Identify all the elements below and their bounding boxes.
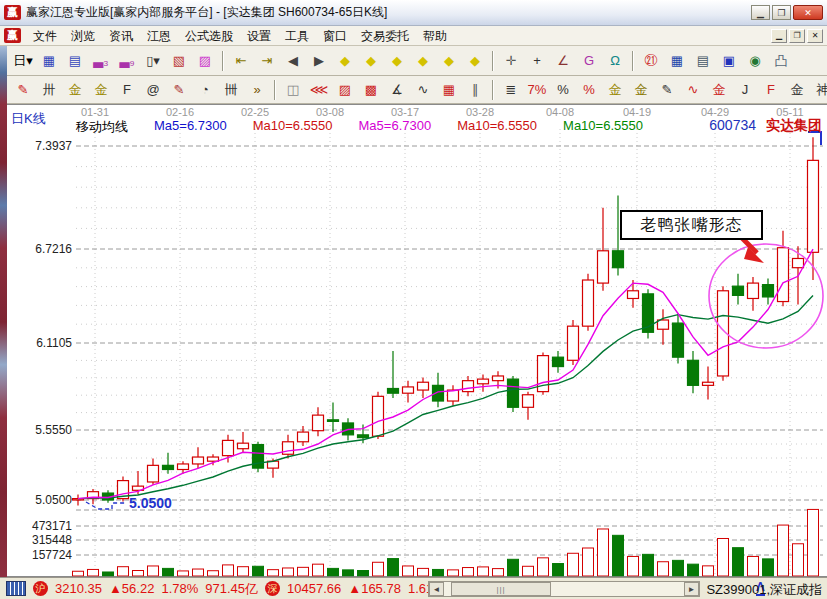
first-page-icon[interactable]: ⇤ — [229, 49, 253, 72]
web-data-icon[interactable]: ◉ — [743, 49, 767, 72]
left-edge-decoration — [0, 46, 7, 577]
shanghai-market-icon: 沪 — [33, 581, 48, 596]
diamond-zoomin-icon[interactable]: ◆ — [437, 49, 461, 72]
gold-circle-icon[interactable]: 金 — [603, 78, 627, 101]
gold-grid-icon[interactable]: 金 — [63, 78, 87, 101]
wave-tool-icon[interactable]: ∿ — [681, 78, 705, 101]
ma-legend-entry: Ma10=6.5550 — [253, 118, 333, 136]
minimize-button[interactable]: ▁ — [751, 5, 770, 20]
diamond-right-icon[interactable]: ◆ — [359, 49, 383, 72]
close-button[interactable]: ✕ — [793, 5, 823, 20]
svg-text:02-25: 02-25 — [241, 106, 269, 118]
menu-item-交易委托[interactable]: 交易委托 — [354, 27, 416, 45]
gold-line-icon[interactable]: 金 — [629, 78, 653, 101]
ma-legend-entry: Ma5=6.7300 — [359, 118, 432, 136]
crosshair-icon[interactable]: + — [525, 49, 549, 72]
minute-9-chart-icon[interactable]: ▃₉ — [115, 49, 139, 72]
kline-pattern-icon[interactable]: ▧ — [167, 49, 191, 72]
volume-profile-icon[interactable]: ▨ — [193, 49, 217, 72]
menu-item-浏览[interactable]: 浏览 — [64, 27, 102, 45]
shen-line-icon[interactable]: 神 — [811, 78, 827, 101]
j-line-icon[interactable]: J — [733, 78, 757, 101]
status-bar: 沪 3210.35 ▲56.22 1.78% 971.45亿 深 10457.6… — [0, 577, 827, 599]
kline-chart-canvas[interactable]: 7.39376.72166.11055.55505.05004731713154… — [0, 105, 827, 578]
toolbar-separator — [274, 80, 276, 100]
menu-item-文件[interactable]: 文件 — [26, 27, 64, 45]
percent-icon[interactable]: % — [551, 78, 575, 101]
scroll-right-arrow[interactable]: ► — [684, 582, 699, 596]
grid-red-icon[interactable]: ▦ — [437, 78, 461, 101]
gold-red-icon[interactable]: 金 — [707, 78, 731, 101]
notes-report-icon[interactable]: ▤ — [691, 49, 715, 72]
diamond-zoomout-icon[interactable]: ◆ — [463, 49, 487, 72]
next-bar-icon[interactable]: ▶ — [307, 49, 331, 72]
multi-chart-icon[interactable]: ▦ — [37, 49, 61, 72]
diamond-compress-icon[interactable]: ◆ — [411, 49, 435, 72]
svg-text:01-31: 01-31 — [81, 106, 109, 118]
menu-item-江恩[interactable]: 江恩 — [140, 27, 178, 45]
scroll-left-arrow[interactable]: ◄ — [429, 582, 444, 596]
restore-button[interactable]: ❐ — [772, 5, 791, 20]
child-restore-button[interactable]: ❐ — [789, 29, 805, 43]
gold-angle-icon[interactable]: 金 — [785, 78, 809, 101]
toolbar-separator — [492, 80, 494, 100]
hand-tool-icon[interactable]: ✛ — [499, 49, 523, 72]
title-bar: 赢 赢家江恩专业版[赢家内部服务平台] - [实达集团 SH600734-65日… — [0, 0, 827, 26]
print-icon[interactable]: 凸 — [769, 49, 793, 72]
sh-index-change: ▲56.22 — [109, 581, 154, 596]
diamond-expand-icon[interactable]: ◆ — [385, 49, 409, 72]
box-tool-icon[interactable]: ◫ — [281, 78, 305, 101]
horizontal-scrollbar[interactable]: ◄ ||| ► — [428, 581, 700, 597]
diamond-left-icon[interactable]: ◆ — [333, 49, 357, 72]
shenzhen-market-icon: 深 — [265, 581, 280, 596]
fence2-icon[interactable]: 卌 — [219, 78, 243, 101]
toolbar-separator — [222, 51, 224, 71]
candle-style-dropdown[interactable]: ▯▾ — [141, 49, 165, 72]
angle-rays-icon[interactable]: ∡ — [385, 78, 409, 101]
menu-item-资讯[interactable]: 资讯 — [102, 27, 140, 45]
box-fan-icon[interactable]: ▨ — [333, 78, 357, 101]
pen-gauge-icon[interactable]: ✎ — [167, 78, 191, 101]
menu-item-帮助[interactable]: 帮助 — [416, 27, 454, 45]
last-page-icon[interactable]: ⇥ — [255, 49, 279, 72]
angle-measure-icon[interactable]: ∠ — [551, 49, 575, 72]
menu-item-工具[interactable]: 工具 — [278, 27, 316, 45]
toolbar-separator — [492, 51, 494, 71]
box-rays-icon[interactable]: ▩ — [359, 78, 383, 101]
marker-pen-icon[interactable]: ✎ — [655, 78, 679, 101]
f-tool-icon[interactable]: F — [115, 78, 139, 101]
quote-report-icon[interactable]: ▤ — [63, 49, 87, 72]
ma-legend-entry: Ma10=6.5550 — [457, 118, 537, 136]
menu-item-公式选股[interactable]: 公式选股 — [178, 27, 240, 45]
prev-bar-icon[interactable]: ◀ — [281, 49, 305, 72]
sh-index-amount: 971.45亿 — [205, 580, 258, 598]
child-close-button[interactable]: ✕ — [807, 29, 823, 43]
calendar-21-icon[interactable]: ㉑ — [639, 49, 663, 72]
brush-pen-icon[interactable]: ✎ — [11, 78, 35, 101]
percent-7-icon[interactable]: 7% — [525, 78, 549, 101]
percent-line-icon[interactable]: % — [577, 78, 601, 101]
svg-text:5.5550: 5.5550 — [35, 423, 72, 437]
zigzag-icon[interactable]: ∿ — [411, 78, 435, 101]
scrollbar-thumb[interactable]: ||| — [451, 582, 551, 596]
gold-grid2-icon[interactable]: 金 — [89, 78, 113, 101]
fan-lines-icon[interactable]: ⋘ — [307, 78, 331, 101]
period-daily-dropdown[interactable]: 日▾ — [11, 49, 35, 72]
spiral-tool-icon[interactable]: @ — [141, 78, 165, 101]
minute-3-chart-icon[interactable]: ▃₃ — [89, 49, 113, 72]
more-tools-chevron[interactable]: » — [245, 78, 269, 101]
gann-fence-icon[interactable]: 卅 — [37, 78, 61, 101]
parallel-lines-icon[interactable]: ∥ — [463, 78, 487, 101]
f-line-icon[interactable]: F — [759, 78, 783, 101]
keyboard-wizard-icon[interactable] — [6, 581, 26, 596]
calculator-icon[interactable]: ▦ — [665, 49, 689, 72]
menu-item-窗口[interactable]: 窗口 — [316, 27, 354, 45]
analysis-brain-icon[interactable]: Ω — [603, 49, 627, 72]
gann-box-icon[interactable]: G — [577, 49, 601, 72]
clock-cycle-icon[interactable]: ◔ — [193, 78, 217, 101]
menu-item-设置[interactable]: 设置 — [240, 27, 278, 45]
scale-list-icon[interactable]: ≣ — [499, 78, 523, 101]
child-minimize-button[interactable]: ▁ — [771, 29, 787, 43]
svg-text:157724: 157724 — [32, 548, 72, 562]
save-icon[interactable]: ▣ — [717, 49, 741, 72]
